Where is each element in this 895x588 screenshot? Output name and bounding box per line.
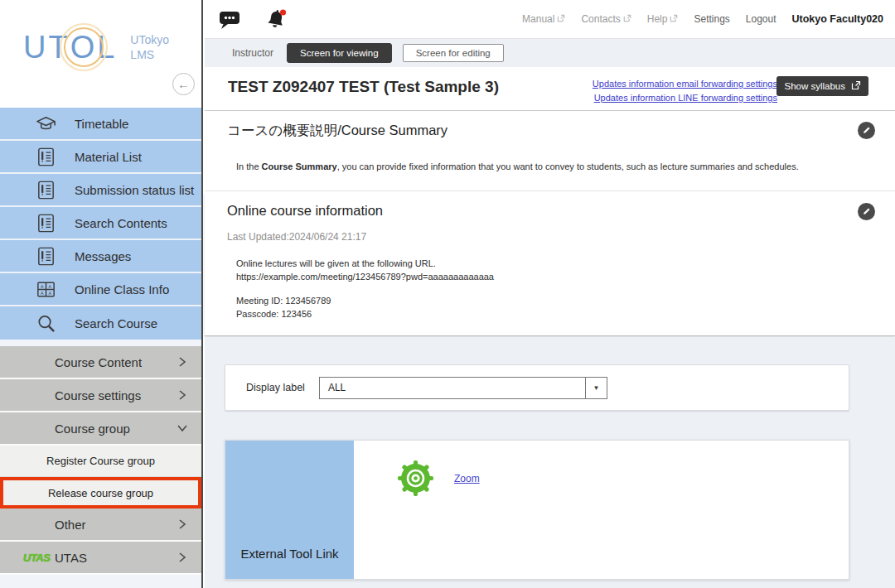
sidebar-group-label: Course settings xyxy=(55,388,141,402)
topnav-settings[interactable]: Settings xyxy=(694,13,729,25)
topnav-label: Logout xyxy=(746,13,776,25)
show-syllabus-button[interactable]: Show syllabus xyxy=(776,76,868,96)
sidebar-subitem-release-course-group[interactable]: Release course group xyxy=(0,477,201,508)
topnav-manual[interactable]: Manual xyxy=(522,13,565,25)
topnav-contacts[interactable]: Contacts xyxy=(581,13,631,25)
chat-icon[interactable] xyxy=(218,9,243,35)
svg-text:A: A xyxy=(49,290,52,295)
external-tool-card: External Tool Link xyxy=(225,440,849,580)
summary-text-suffix: , you can provide fixed information that… xyxy=(337,161,799,171)
sidebar-item-timetable[interactable]: Timetable xyxy=(0,108,201,141)
utol-logo-subtitle: UTokyo LMS xyxy=(130,32,169,62)
chevron-right-icon xyxy=(176,518,189,531)
logo-subtitle-line1: UTokyo xyxy=(130,32,169,47)
user-name[interactable]: Utokyo Faculty020 xyxy=(792,13,883,25)
pencil-icon xyxy=(862,123,872,138)
sidebar-item-material-list[interactable]: Material List xyxy=(0,141,201,174)
sidebar-collapse-button[interactable]: ← xyxy=(172,73,195,95)
online-info-line: Passcode: 123456 xyxy=(236,307,494,321)
sidebar-subitem-label: Register Course group xyxy=(46,455,155,467)
utas-logo-icon: UTAS xyxy=(23,552,50,564)
summary-text-bold: Course Summary xyxy=(262,161,337,171)
edit-summary-button[interactable] xyxy=(858,122,875,139)
dropdown-arrow-icon[interactable]: ▼ xyxy=(585,378,607,398)
zoom-tool-link[interactable]: Zoom xyxy=(454,473,480,484)
sidebar-subitem-label: Release course group xyxy=(48,487,153,499)
sidebar-group-label: Other xyxy=(55,518,86,532)
logo-area: UTOL UTokyo LMS ← xyxy=(0,0,201,108)
external-link-icon xyxy=(557,13,565,25)
chevron-right-icon xyxy=(176,355,189,369)
display-label-text: Display label xyxy=(246,382,305,393)
last-updated-label: Last Updated:2024/06/24 21:17 xyxy=(227,231,366,243)
svg-text:A: A xyxy=(49,283,52,288)
screen-for-viewing-tab[interactable]: Screen for viewing xyxy=(287,43,392,63)
sidebar-item-label: Search Course xyxy=(75,316,157,330)
topnav-label: Settings xyxy=(694,13,729,25)
online-info-line: https://example.com/meeting/123456789?pw… xyxy=(236,270,494,283)
gear-icon[interactable] xyxy=(396,459,435,498)
sidebar-group-course-content[interactable]: Course Content xyxy=(0,346,201,379)
external-link-icon xyxy=(851,80,861,92)
sidebar-group-other[interactable]: Other xyxy=(0,508,201,542)
sidebar-item-label: Search Contents xyxy=(75,216,167,230)
summary-text-prefix: In the xyxy=(236,161,262,171)
sidebar-item-search-contents[interactable]: Search Contents xyxy=(0,207,201,240)
topnav-label: Contacts xyxy=(581,13,620,25)
sidebar-group-utas[interactable]: UTAS UTAS xyxy=(0,542,201,575)
forwarding-link[interactable]: Updates information email forwarding set… xyxy=(593,79,777,89)
display-label-select[interactable]: ALL ▼ xyxy=(319,377,607,399)
graduation-cap-icon xyxy=(35,113,57,135)
external-link-icon xyxy=(670,13,678,25)
svg-text:A: A xyxy=(41,283,44,288)
sidebar-item-search-course[interactable]: Search Course xyxy=(0,306,201,340)
topnav-label: Help xyxy=(647,13,668,25)
course-title-row: TEST Z092407 TEST (Test Sample 3) Update… xyxy=(205,67,895,111)
external-tool-body: Zoom xyxy=(354,441,849,579)
material-list-icon xyxy=(35,146,57,168)
material-list-icon xyxy=(35,179,57,201)
logo-subtitle-line2: LMS xyxy=(130,47,169,62)
role-label: Instructor xyxy=(232,47,273,59)
material-list-icon xyxy=(35,245,57,267)
sidebar-subitem-register-course-group[interactable]: Register Course group xyxy=(0,446,201,477)
topnav-logout[interactable]: Logout xyxy=(746,13,776,25)
topnav-help[interactable]: Help xyxy=(647,13,679,25)
class-grid-icon: AAAA xyxy=(35,278,57,301)
sidebar: UTOL UTokyo LMS ← Timetable Material Lis… xyxy=(0,0,203,588)
course-summary-heading: コースの概要説明/Course Summary xyxy=(227,122,448,140)
sidebar-item-label: Online Class Info xyxy=(75,282,169,296)
svg-text:A: A xyxy=(41,290,44,295)
course-summary-body: In the Course Summary, you can provide f… xyxy=(236,161,799,171)
chevron-right-icon xyxy=(176,551,189,564)
sidebar-item-submission-status-list[interactable]: Submission status list xyxy=(0,174,201,207)
show-syllabus-label: Show syllabus xyxy=(784,81,845,91)
edit-online-info-button[interactable] xyxy=(858,203,875,220)
sidebar-nav: Timetable Material List Submission statu… xyxy=(0,108,201,340)
topnav-label: Manual xyxy=(522,13,554,25)
screen-for-editing-tab[interactable]: Screen for editing xyxy=(403,44,504,62)
search-icon xyxy=(35,312,57,335)
main-content: ManualContactsHelpSettingsLogout Utokyo … xyxy=(205,0,895,588)
external-tool-category: External Tool Link xyxy=(225,441,354,579)
sidebar-item-online-class-info[interactable]: AAAA Online Class Info xyxy=(0,273,201,306)
online-course-info-section: Online course information Last Updated:2… xyxy=(205,192,895,336)
material-list-icon xyxy=(35,212,57,234)
forwarding-links: Updates information email forwarding set… xyxy=(593,79,777,103)
content-lower-area: Display label ALL ▼ External Tool Link xyxy=(205,337,895,588)
online-info-line: Meeting ID: 123456789 xyxy=(236,294,494,307)
sidebar-group-course-settings[interactable]: Course settings xyxy=(0,379,201,412)
topbar: ManualContactsHelpSettingsLogout Utokyo … xyxy=(205,0,895,39)
sidebar-item-messages[interactable]: Messages xyxy=(0,240,201,273)
sidebar-group-course-group[interactable]: Course group xyxy=(0,412,201,446)
forwarding-link[interactable]: Updates information LINE forwarding sett… xyxy=(594,93,777,103)
topbar-nav: ManualContactsHelpSettingsLogout Utokyo … xyxy=(522,0,883,38)
online-info-body: Online lectures will be given at the fol… xyxy=(236,257,494,321)
notification-bell-icon[interactable] xyxy=(264,8,289,36)
sidebar-item-label: Timetable xyxy=(75,117,128,131)
chevron-down-icon xyxy=(176,422,189,435)
sidebar-group-label: Course group xyxy=(55,422,130,436)
display-label-filter-card: Display label ALL ▼ xyxy=(225,364,849,411)
display-label-selected-value: ALL xyxy=(328,382,346,393)
info-spacer xyxy=(236,283,494,294)
